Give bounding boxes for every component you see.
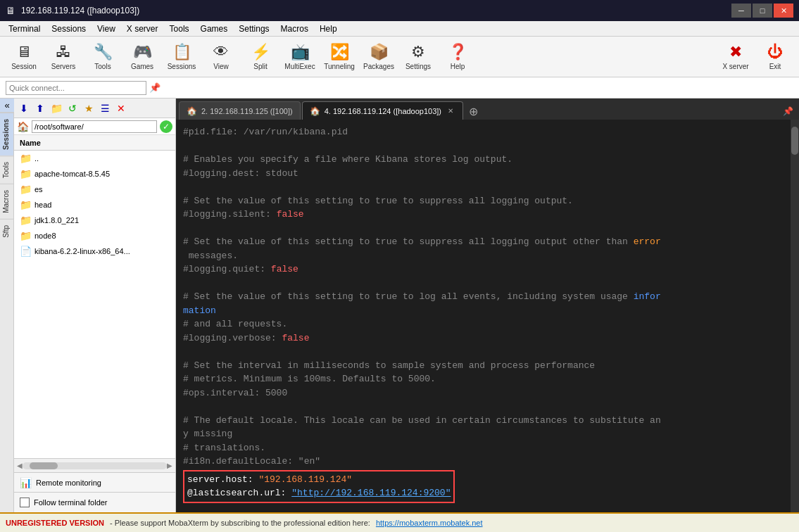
- status-link[interactable]: https://mobaxterm.mobatek.net: [376, 519, 483, 527]
- list-item[interactable]: 📄 kibana-6.2.2-linux-x86_64...: [14, 243, 175, 259]
- file-list: 📁 .. 📁 apache-tomcat-8.5.45 📁 es 📁 head …: [14, 151, 175, 458]
- maximize-button[interactable]: □: [753, 4, 772, 18]
- sessions-label: Sessions: [168, 63, 196, 70]
- split-icon: ⚡: [251, 43, 270, 61]
- scroll-thumb[interactable]: [30, 462, 58, 469]
- games-icon: 🎮: [133, 43, 152, 61]
- refresh-icon[interactable]: ↺: [65, 101, 80, 115]
- exit-button[interactable]: ⏻ Exit: [757, 39, 793, 75]
- menu-sessions[interactable]: Sessions: [46, 23, 92, 35]
- folder-icon: 📁: [20, 184, 32, 195]
- follow-terminal-item[interactable]: Follow terminal folder: [14, 493, 175, 512]
- list-item[interactable]: 📁 es: [14, 182, 175, 197]
- packages-label: Packages: [363, 63, 394, 70]
- menu-games[interactable]: Games: [195, 23, 234, 35]
- xserver-label: X server: [722, 63, 748, 70]
- menu-view[interactable]: View: [92, 23, 121, 35]
- tab-icon: 🏠: [310, 106, 320, 116]
- tab-pin-icon[interactable]: 📌: [779, 103, 796, 120]
- list-item[interactable]: 📁 head: [14, 197, 175, 213]
- menu-settings[interactable]: Settings: [233, 23, 275, 35]
- session-label: Session: [11, 63, 37, 70]
- view-label: View: [213, 63, 229, 70]
- toolbar: 🖥 Session 🖧 Servers 🔧 Tools 🎮 Games 📋 Se…: [0, 37, 799, 77]
- close-button[interactable]: ✕: [774, 4, 793, 18]
- scroll-left-icon[interactable]: ◀: [17, 462, 23, 469]
- list-item[interactable]: 📁 apache-tomcat-8.5.45: [14, 166, 175, 182]
- tab-label: 2. 192.168.119.125 ([100]): [201, 107, 293, 115]
- menu-xserver[interactable]: X server: [121, 23, 164, 35]
- tools-tab[interactable]: Tools: [0, 156, 13, 184]
- delete-icon[interactable]: ✕: [114, 101, 128, 115]
- file-panel-bottom: 📊 Remote monitoring Follow terminal fold…: [14, 472, 175, 512]
- download-icon[interactable]: ⬇: [17, 101, 31, 115]
- file-icon: 📄: [20, 246, 32, 257]
- file-name: node8: [34, 232, 56, 240]
- servers-button[interactable]: 🖧 Servers: [45, 39, 82, 75]
- sessions-tab[interactable]: Sessions: [0, 113, 13, 156]
- sessions-button[interactable]: 📋 Sessions: [163, 39, 200, 75]
- servers-icon: 🖧: [56, 43, 71, 61]
- menu-help[interactable]: Help: [314, 23, 343, 35]
- sftp-tab[interactable]: Sftp: [0, 219, 13, 243]
- bookmark-icon[interactable]: ★: [82, 101, 96, 115]
- list-view-icon[interactable]: ☰: [98, 101, 112, 115]
- quick-connect-input[interactable]: [6, 81, 146, 95]
- list-item[interactable]: 📁 jdk1.8.0_221: [14, 213, 175, 228]
- xserver-button[interactable]: ✖ X server: [717, 39, 754, 75]
- menu-tools[interactable]: Tools: [164, 23, 195, 35]
- list-item[interactable]: 📁 node8: [14, 228, 175, 243]
- terminal-text: #pid.file: /var/run/kibana.pid # Enables…: [183, 125, 792, 469]
- menu-bar: Terminal Sessions View X server Tools Ga…: [0, 21, 799, 37]
- scroll-right-icon[interactable]: ▶: [167, 462, 172, 469]
- tools-button[interactable]: 🔧 Tools: [84, 39, 121, 75]
- menu-terminal[interactable]: Terminal: [3, 23, 46, 35]
- folder-icon: 📁: [20, 199, 32, 210]
- session-button[interactable]: 🖥 Session: [6, 39, 42, 75]
- upload-icon[interactable]: ⬆: [33, 101, 47, 115]
- tab-close-button[interactable]: ✕: [446, 106, 455, 116]
- monitoring-icon: 📊: [20, 477, 32, 488]
- tools-label: Tools: [94, 63, 111, 70]
- help-button[interactable]: ❓ Help: [439, 39, 476, 75]
- follow-terminal-checkbox[interactable]: [20, 498, 30, 507]
- new-folder-icon[interactable]: 📁: [49, 101, 63, 115]
- view-button[interactable]: 👁 View: [203, 39, 239, 75]
- games-button[interactable]: 🎮 Games: [124, 39, 161, 75]
- multiexec-label: MultiExec: [284, 63, 315, 70]
- split-button[interactable]: ⚡ Split: [242, 39, 279, 75]
- menu-macros[interactable]: Macros: [275, 23, 314, 35]
- settings-button[interactable]: ⚙ Settings: [400, 39, 436, 75]
- path-ok-button[interactable]: ✓: [160, 120, 172, 133]
- follow-terminal-label: Follow terminal folder: [34, 498, 108, 507]
- side-tabs: « Sessions Tools Macros Sftp: [0, 99, 14, 512]
- macros-tab[interactable]: Macros: [0, 184, 13, 219]
- quick-connect-bar: 📌: [0, 77, 799, 99]
- remote-monitoring-item[interactable]: 📊 Remote monitoring: [14, 473, 175, 493]
- horizontal-scrollbar[interactable]: ◀ ▶: [14, 458, 175, 472]
- unregistered-label: UNREGISTERED VERSION: [6, 519, 104, 527]
- file-name: apache-tomcat-8.5.45: [34, 170, 110, 178]
- name-column-header: Name: [20, 139, 41, 147]
- terminal-content[interactable]: #pid.file: /var/run/kibana.pid # Enables…: [176, 120, 799, 512]
- tab-label: 4. 192.168.119.124 ([hadoop103]): [325, 107, 441, 115]
- view-icon: 👁: [213, 43, 229, 61]
- tab-4[interactable]: 🏠 4. 192.168.119.124 ([hadoop103]) ✕: [302, 101, 463, 120]
- folder-icon: 📁: [20, 215, 32, 226]
- list-item[interactable]: 📁 ..: [14, 151, 175, 166]
- collapse-button[interactable]: «: [0, 99, 14, 113]
- scrollbar-thumb[interactable]: [791, 127, 798, 155]
- app-icon: 🖥: [6, 5, 15, 16]
- new-tab-button[interactable]: ⊕: [465, 103, 482, 120]
- file-path-input[interactable]: [32, 120, 157, 133]
- minimize-button[interactable]: ─: [731, 4, 751, 18]
- multiexec-button[interactable]: 📺 MultiExec: [282, 39, 318, 75]
- folder-icon: 📁: [20, 168, 32, 179]
- scroll-track[interactable]: [23, 462, 167, 469]
- packages-button[interactable]: 📦 Packages: [360, 39, 397, 75]
- main-area: « Sessions Tools Macros Sftp ⬇ ⬆ 📁 ↺ ★ ☰…: [0, 99, 799, 512]
- tunneling-button[interactable]: 🔀 Tunneling: [321, 39, 358, 75]
- tab-2[interactable]: 🏠 2. 192.168.119.125 ([100]): [179, 101, 301, 120]
- vertical-scrollbar[interactable]: [791, 120, 799, 512]
- tab-bar: 🏠 2. 192.168.119.125 ([100]) 🏠 4. 192.16…: [176, 99, 799, 120]
